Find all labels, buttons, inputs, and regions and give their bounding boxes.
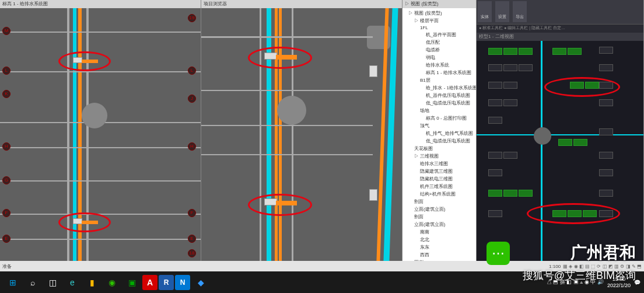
tree-item[interactable]: 隐藏机电三维图 (404, 175, 475, 183)
annotation-ellipse-4 (248, 194, 312, 216)
viewport2-tab[interactable]: 项目浏览器 (201, 0, 402, 8)
tree-item[interactable]: ▷ 三维视图 (404, 152, 475, 160)
tree-item[interactable]: 低压配 (404, 39, 475, 46)
right-subbar: ● 标准工具栏 ● 编辑工具栏 | 隐藏工具栏 自定… (477, 25, 643, 33)
annotation-ellipse-3 (248, 47, 312, 69)
tree-item[interactable]: 机_器件低压电系统图 (404, 92, 475, 99)
viewport1-tab[interactable]: 标高 1 - 给排水系统图 (0, 0, 201, 8)
tree-item[interactable]: 东东 (404, 243, 475, 251)
tree-item[interactable]: 西西 (404, 251, 475, 259)
annotation-ellipse-2 (58, 212, 111, 232)
watermark-main: 广州君和 (570, 242, 636, 264)
app-autocad[interactable]: A (142, 275, 158, 290)
tree-item[interactable]: 机_排气_给排气系统图 (404, 130, 475, 137)
viewport1-drawing[interactable]: M L K H G F E 19 L J H F E 18 (0, 8, 201, 261)
tree-item[interactable]: 顶气 (404, 122, 475, 130)
tree-item[interactable]: 1FL (404, 25, 475, 31)
tree-item[interactable]: B1层 (404, 76, 475, 84)
tree-item[interactable]: 立面(建筑立面) (404, 205, 475, 213)
tree-item[interactable]: 电缆桥 (404, 46, 475, 54)
tree-item[interactable]: 低_电缆低压电系统图 (404, 99, 475, 107)
tree-item[interactable]: 给排水系统 (404, 61, 475, 69)
tree-item[interactable]: 剖面 (404, 198, 475, 205)
tree-item[interactable]: 北北 (404, 236, 475, 243)
tree-item[interactable]: 机_器件平面图 (404, 31, 475, 39)
taskbar-date[interactable]: 2022/1/20 (607, 282, 631, 289)
tree-item[interactable]: 标高 1 - 给排水系统图 (404, 69, 475, 76)
tree-item[interactable]: 低_电缆低压电系统图 (404, 137, 475, 145)
watermark-sub: 搜狐号@艾三维BIM咨询 (523, 268, 636, 282)
app-wechat[interactable]: ◉ (103, 274, 121, 291)
tree-header[interactable]: ▷ 视图 (按类型) (402, 0, 476, 8)
toolbar-btn-1[interactable]: 实体 (478, 1, 492, 22)
tree-item[interactable]: 天花板图 (404, 145, 475, 152)
tree-item[interactable]: ▷ 视图 (按类型) (404, 9, 475, 17)
viewport4-tab[interactable]: 模型1 - 二维视图 (477, 33, 643, 41)
toolbar-btn-3[interactable]: 导出 (513, 1, 527, 22)
tree-item[interactable]: 隐藏建筑三维图 (404, 168, 475, 175)
app-green[interactable]: ▣ (123, 274, 141, 291)
annotation-ellipse-5 (544, 77, 620, 97)
start-button[interactable]: ⊞ (4, 274, 22, 291)
tree-item[interactable]: 给排水三维图 (404, 160, 475, 168)
app-revit[interactable]: R (159, 275, 174, 290)
app-blue[interactable]: ◆ (191, 274, 210, 291)
tree-item[interactable]: 给_排水 - 1给排水系统图 (404, 84, 475, 92)
tree-item[interactable]: 场地 (404, 107, 475, 114)
right-toolbar[interactable]: 实体 设置 导出 (477, 0, 643, 25)
annotation-ellipse-1 (58, 51, 111, 71)
tree-item[interactable]: 立面(建筑立面) (404, 221, 475, 228)
viewport4-drawing[interactable] (477, 41, 643, 261)
tree-item[interactable]: 南南 (404, 228, 475, 236)
app-navisworks[interactable]: N (175, 275, 190, 290)
taskview-icon[interactable]: ◫ (43, 274, 62, 291)
tree-item[interactable]: 剖面 (404, 213, 475, 221)
annotation-ellipse-6 (527, 203, 620, 224)
app-edge[interactable]: e (63, 274, 82, 291)
app-explorer[interactable]: ▮ (83, 274, 102, 291)
tree-item[interactable]: 机件三维系统图 (404, 183, 475, 190)
viewport2-drawing[interactable] (201, 8, 402, 261)
project-browser-tree[interactable]: ▷ 视图 (按类型)▷ 楼层平面1FL机_器件平面图低压配电缆桥弱电给排水系统标… (402, 8, 476, 261)
tree-item[interactable]: 结构+机件系统图 (404, 190, 475, 198)
status-left: 准备 (2, 263, 12, 270)
tree-item[interactable]: 弱电 (404, 54, 475, 61)
tree-item[interactable]: ▷ 楼层平面 (404, 17, 475, 25)
search-icon[interactable]: ⌕ (23, 274, 42, 291)
wechat-watermark-icon: ⋯ (487, 242, 510, 265)
tree-item[interactable]: 标高 0 - 总图打印图 (404, 114, 475, 122)
toolbar-btn-2[interactable]: 设置 (495, 1, 509, 22)
